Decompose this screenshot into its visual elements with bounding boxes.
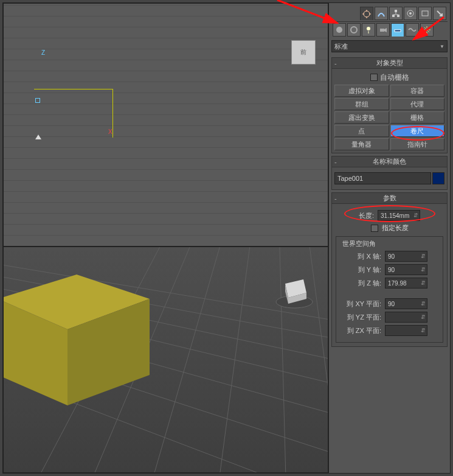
to-x-label: 到 X 轴:: [340, 252, 381, 261]
object-name-input[interactable]: [334, 172, 431, 184]
wireframe-rectangle: [34, 89, 113, 138]
to-yz-value: [385, 312, 427, 323]
length-label: 长度:: [359, 211, 374, 220]
command-panel-tabs: [331, 5, 448, 22]
subtab-geometry[interactable]: [333, 23, 346, 37]
svg-line-10: [220, 247, 249, 473]
svg-rect-25: [395, 10, 397, 12]
subtab-shapes[interactable]: [347, 23, 361, 37]
btn-crowd[interactable]: 群组: [334, 98, 389, 110]
tab-motion[interactable]: [404, 7, 417, 20]
svg-point-33: [336, 27, 342, 33]
viewports: ZX 前: [3, 3, 328, 473]
viewport-perspective[interactable]: [3, 247, 328, 473]
to-zx-value: [385, 325, 427, 336]
rollout-header-object-type[interactable]: -对象类型: [332, 58, 447, 69]
box-object[interactable]: [3, 275, 156, 408]
svg-point-20: [364, 11, 370, 17]
btn-container[interactable]: 容器: [390, 85, 445, 97]
btn-point[interactable]: 点: [334, 125, 389, 137]
tab-create[interactable]: [360, 7, 373, 20]
rollout-parameters: -参数 长度: 31.154mm 指定长度 世界空间角 到 X 轴:90: [331, 192, 448, 347]
btn-exposetm[interactable]: 露出变换: [334, 111, 389, 124]
subtab-lights[interactable]: [362, 23, 375, 37]
autogrid-label: 自动栅格: [380, 72, 409, 83]
rollout-header-parameters[interactable]: -参数: [332, 193, 447, 204]
to-xy-label: 到 XY 平面:: [340, 299, 381, 309]
command-panel: 标准 -对象类型 自动栅格 虚拟对象 容器 群组 代理 露出变换 栅: [328, 3, 450, 473]
group-world-space-angle: 世界空间角 到 X 轴:90 到 Y 轴:90 到 Z 轴:179.98 到 X…: [336, 236, 443, 343]
btn-delegate[interactable]: 代理: [390, 98, 445, 110]
svg-point-41: [426, 29, 428, 31]
rollout-header-name-color[interactable]: -名称和颜色: [332, 156, 447, 167]
svg-line-49: [424, 31, 426, 32]
btn-compass[interactable]: 指南针: [390, 138, 445, 150]
svg-rect-37: [380, 29, 384, 32]
svg-rect-27: [397, 15, 399, 17]
to-xy-value: 90: [385, 298, 427, 309]
btn-grid[interactable]: 栅格: [390, 111, 445, 124]
subtab-helpers[interactable]: [391, 23, 404, 37]
length-spinner[interactable]: 31.154mm: [378, 210, 420, 221]
to-z-label: 到 Z 轴:: [340, 279, 381, 288]
subtab-systems[interactable]: [420, 23, 434, 37]
svg-line-9: [154, 247, 220, 473]
create-subtabs: [331, 22, 448, 38]
subtab-spacewarps[interactable]: [406, 23, 419, 37]
category-dropdown[interactable]: 标准: [331, 40, 448, 52]
svg-point-34: [351, 27, 357, 33]
subtab-cameras[interactable]: [376, 23, 390, 37]
tab-utilities[interactable]: [433, 7, 446, 20]
tab-hierarchy[interactable]: [389, 7, 403, 20]
svg-line-46: [424, 27, 426, 29]
viewport-top[interactable]: ZX 前: [3, 3, 328, 247]
svg-marker-38: [384, 28, 387, 32]
btn-protractor[interactable]: 量角器: [334, 138, 389, 150]
to-y-value: 90: [385, 264, 427, 275]
specify-length-checkbox[interactable]: [371, 225, 378, 232]
viewcube-perspective[interactable]: [273, 268, 316, 311]
viewcube-top[interactable]: 前: [291, 40, 316, 65]
svg-point-31: [409, 12, 412, 15]
autogrid-checkbox[interactable]: [370, 74, 378, 81]
rollout-object-type: -对象类型 自动栅格 虚拟对象 容器 群组 代理 露出变换 栅格 点 卷尺 量角…: [331, 57, 448, 153]
to-x-value: 90: [385, 251, 427, 262]
object-color-swatch[interactable]: [432, 172, 444, 184]
rollout-name-color: -名称和颜色: [331, 156, 448, 190]
specify-length-label: 指定长度: [382, 223, 409, 233]
svg-line-47: [428, 31, 429, 32]
svg-point-35: [367, 27, 370, 30]
btn-tape[interactable]: 卷尺: [390, 125, 445, 137]
svg-rect-32: [422, 11, 428, 16]
svg-rect-26: [392, 15, 395, 17]
btn-dummy[interactable]: 虚拟对象: [334, 85, 389, 97]
to-z-value: 179.98: [385, 278, 427, 289]
to-zx-label: 到 ZX 平面:: [340, 326, 381, 335]
svg-line-48: [428, 27, 429, 29]
tab-modify[interactable]: [375, 7, 388, 20]
tab-display[interactable]: [418, 7, 432, 20]
to-y-label: 到 Y 轴:: [340, 265, 381, 275]
to-yz-label: 到 YZ 平面:: [340, 313, 381, 322]
